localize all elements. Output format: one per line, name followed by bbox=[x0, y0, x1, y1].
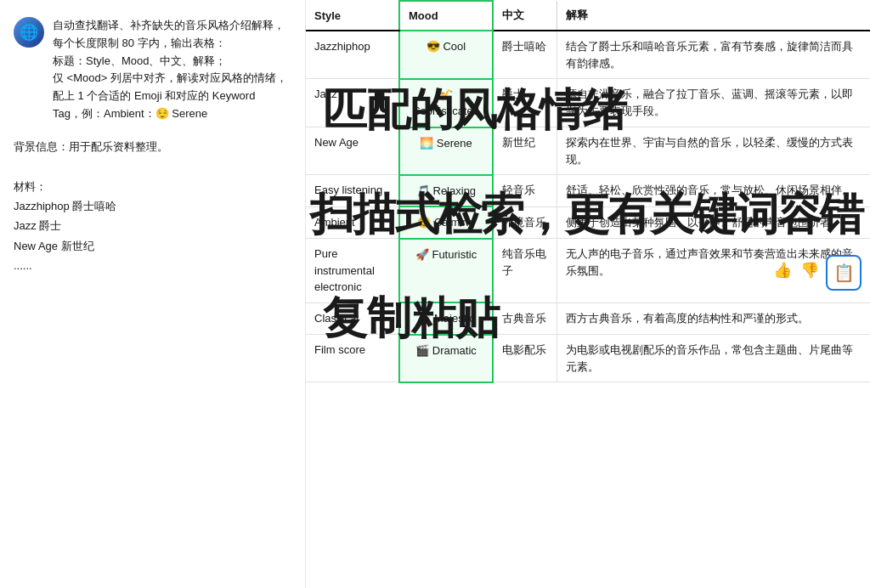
cell-zh: 古典音乐 bbox=[493, 302, 556, 335]
background-info: 背景信息：用于配乐资料整理。 材料： Jazzhiphop 爵士嘻哈 Jazz … bbox=[14, 137, 291, 276]
material-2: Jazz 爵士 bbox=[14, 216, 291, 235]
prompt-line2: 标题：Style、Mood、中文、解释； bbox=[53, 54, 226, 67]
material-4: ...... bbox=[14, 256, 291, 275]
prompt-line3: 仅 <Mood> 列居中对齐，解读对应风格的情绪，配上 1 个合适的 Emoji… bbox=[53, 71, 287, 102]
cell-desc: 无人声的电子音乐，通过声音效果和节奏营造出未来感的音乐氛围。 bbox=[556, 239, 870, 303]
header-zh: 中文 bbox=[493, 1, 556, 31]
prompt-text: 自动查找翻译、补齐缺失的音乐风格介绍解释，每个长度限制 80 字内，输出表格： … bbox=[53, 17, 291, 123]
table-row: Jazzhiphop😎 Cool爵士嘻哈结合了爵士乐和嘻哈音乐元素，富有节奏感，… bbox=[306, 31, 870, 79]
header-desc: 解释 bbox=[556, 1, 870, 31]
thumbs-down-button[interactable]: 👎 bbox=[799, 259, 821, 281]
cell-mood: 😎 Cool bbox=[399, 31, 493, 79]
cell-desc: 为电影或电视剧配乐的音乐作品，常包含主题曲、片尾曲等元素。 bbox=[556, 335, 870, 382]
cell-desc: 结合了爵士乐和嘻哈音乐元素，富有节奏感，旋律简洁而具有韵律感。 bbox=[556, 31, 870, 79]
left-panel: 🌐 自动查找翻译、补齐缺失的音乐风格介绍解释，每个长度限制 80 字内，输出表格… bbox=[0, 0, 306, 588]
material-3: New Age 新世纪 bbox=[14, 236, 291, 256]
right-panel: 匹配的风格情绪 扫描式检索，更有关键词容错 复制粘贴 👍 👎 📋 Style M… bbox=[306, 0, 870, 588]
cell-zh: 电影配乐 bbox=[493, 335, 556, 382]
header-row: 🌐 自动查找翻译、补齐缺失的音乐风格介绍解释，每个长度限制 80 字内，输出表格… bbox=[14, 17, 291, 123]
header-style: Style bbox=[306, 1, 399, 31]
cell-style: Jazzhiphop bbox=[306, 31, 399, 79]
table-header-row: Style Mood 中文 解释 bbox=[306, 1, 870, 31]
overlay-text-copy: 复制粘贴 bbox=[323, 289, 500, 348]
cell-desc: 西方古典音乐，有着高度的结构性和严谨的形式。 bbox=[556, 302, 870, 335]
material-1: Jazzhiphop 爵士嘻哈 bbox=[14, 196, 291, 216]
thumbs-up-button[interactable]: 👍 bbox=[771, 259, 794, 281]
prompt-line1: 自动查找翻译、补齐缺失的音乐风格介绍解释，每个长度限制 80 字内，输出表格： bbox=[53, 19, 285, 49]
copy-icon: 📋 bbox=[833, 263, 855, 283]
materials-label: 材料： bbox=[14, 177, 291, 196]
cell-zh: 纯音乐电子 bbox=[493, 239, 556, 303]
overlay-text-mood: 匹配的风格情绪 bbox=[323, 81, 626, 140]
background-label: 背景信息：用于配乐资料整理。 bbox=[14, 137, 291, 156]
copy-button[interactable]: 📋 bbox=[826, 255, 862, 291]
avatar-icon: 🌐 bbox=[20, 23, 38, 42]
header-mood: Mood bbox=[399, 1, 493, 31]
thumbs-row: 👍 👎 bbox=[771, 259, 821, 281]
avatar: 🌐 bbox=[14, 17, 44, 48]
prompt-line4: Tag，例：Ambient：😌 Serene bbox=[53, 107, 207, 120]
overlay-text-search: 扫描式检索，更有关键词容错 bbox=[310, 185, 862, 245]
cell-zh: 爵士嘻哈 bbox=[493, 31, 556, 79]
